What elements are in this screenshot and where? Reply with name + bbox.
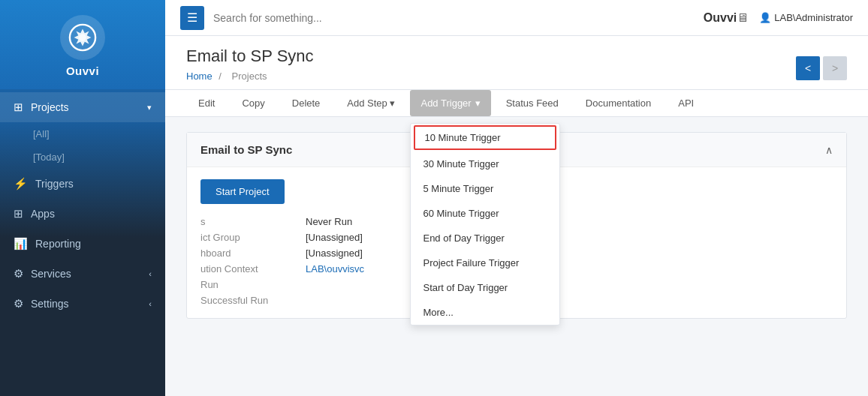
sidebar-subitem-today[interactable]: [Today] (0, 146, 165, 169)
sidebar-logo: Ouvvi (0, 0, 165, 89)
api-button[interactable]: API (666, 90, 706, 116)
topbar-right: 🖥 👤 LAB\Administrator (737, 11, 853, 25)
logo-icon (68, 23, 97, 52)
sidebar-label-settings: Settings (31, 298, 69, 310)
page-header: Email to SP Sync Home / Projects < > (165, 36, 868, 90)
add-trigger-arrow: ▾ (475, 98, 481, 109)
detail-label: ict Group (200, 232, 306, 243)
sidebar-label-reporting: Reporting (35, 238, 81, 250)
page-nav: Edit Copy Delete Add Step ▾ Add Trigger … (165, 90, 868, 117)
status-feed-button[interactable]: Status Feed (494, 90, 571, 116)
sidebar-label-projects: Projects (31, 101, 69, 113)
services-chevron: ‹ (149, 269, 152, 278)
topbar-user: 👤 LAB\Administrator (759, 12, 853, 23)
menu-button[interactable]: ☰ (180, 6, 204, 30)
dropdown-item[interactable]: Project Failure Trigger (411, 250, 559, 275)
breadcrumb-current: Projects (232, 70, 267, 82)
add-trigger-button[interactable]: Add Trigger ▾ (410, 90, 490, 116)
sidebar-item-settings[interactable]: ⚙ Settings ‹ (0, 289, 165, 319)
reporting-icon: 📊 (14, 237, 28, 250)
topbar-title: Ouvvi (704, 11, 737, 25)
hamburger-icon: ☰ (187, 10, 197, 25)
breadcrumb-home[interactable]: Home (186, 70, 212, 82)
sidebar-item-services[interactable]: ⚙ Services ‹ (0, 259, 165, 289)
sidebar-label-triggers: Triggers (35, 178, 74, 190)
sidebar-item-reporting[interactable]: 📊 Reporting (0, 229, 165, 259)
sidebar: Ouvvi ⊞ Projects ▾ [All] [Today] ⚡ Trigg… (0, 0, 165, 396)
detail-label: Successful Run (200, 295, 306, 306)
detail-value: [Unassigned] (306, 248, 363, 259)
dropdown-item[interactable]: More... (411, 300, 559, 325)
projects-chevron: ▾ (147, 103, 152, 112)
sidebar-label-apps: Apps (31, 208, 55, 220)
dropdown-item[interactable]: 30 Minute Trigger (411, 152, 559, 176)
nav-left-button[interactable]: < (796, 56, 820, 80)
detail-label: hboard (200, 248, 306, 259)
detail-value: Never Run (306, 216, 352, 227)
nav-arrows: < > (796, 56, 847, 80)
detail-value: [Unassigned] (306, 232, 363, 243)
settings-icon: ⚙ (14, 297, 23, 310)
detail-label: ution Context (200, 263, 306, 274)
user-icon: 👤 (759, 12, 771, 23)
main-content: ☰ Ouvvi 🖥 👤 LAB\Administrator Email to S… (165, 0, 868, 396)
monitor-icon[interactable]: 🖥 (737, 11, 749, 25)
start-project-button[interactable]: Start Project (200, 179, 285, 204)
projects-icon: ⊞ (14, 100, 23, 114)
logo-circle (60, 15, 105, 60)
copy-button[interactable]: Copy (230, 90, 276, 116)
search-input[interactable] (213, 12, 704, 24)
edit-button[interactable]: Edit (186, 90, 227, 116)
sidebar-app-name: Ouvvi (66, 64, 99, 77)
detail-value[interactable]: LAB\ouvvisvc (306, 263, 364, 274)
dropdown-item[interactable]: 10 Minute Trigger (414, 125, 556, 150)
add-step-button[interactable]: Add Step ▾ (335, 90, 407, 116)
dropdown-item[interactable]: Start of Day Trigger (411, 275, 559, 300)
breadcrumb: Home / Projects (186, 70, 314, 82)
documentation-button[interactable]: Documentation (574, 90, 663, 116)
settings-chevron: ‹ (149, 299, 152, 308)
svg-point-1 (79, 34, 86, 41)
topbar: ☰ Ouvvi 🖥 👤 LAB\Administrator (165, 0, 868, 36)
add-trigger-wrapper: Add Trigger ▾ 10 Minute Trigger30 Minute… (410, 90, 490, 116)
detail-label: Run (200, 279, 306, 290)
page-title: Email to SP Sync (186, 46, 314, 66)
trigger-dropdown: 10 Minute Trigger30 Minute Trigger5 Minu… (410, 123, 560, 326)
breadcrumb-separator: / (219, 70, 222, 82)
dropdown-item[interactable]: 60 Minute Trigger (411, 201, 559, 226)
triggers-icon: ⚡ (14, 177, 28, 190)
dropdown-item[interactable]: End of Day Trigger (411, 226, 559, 250)
dropdown-item[interactable]: 5 Minute Trigger (411, 176, 559, 201)
sidebar-subitem-all[interactable]: [All] (0, 122, 165, 146)
sidebar-item-apps[interactable]: ⊞ Apps (0, 199, 165, 229)
services-icon: ⚙ (14, 267, 23, 280)
sidebar-item-projects[interactable]: ⊞ Projects ▾ (0, 92, 165, 122)
apps-icon: ⊞ (14, 207, 23, 220)
sidebar-nav: ⊞ Projects ▾ [All] [Today] ⚡ Triggers ⊞ … (0, 89, 165, 396)
project-card-title: Email to SP Sync (200, 143, 292, 156)
add-step-arrow: ▾ (390, 98, 395, 109)
detail-label: s (200, 216, 306, 227)
sidebar-item-triggers[interactable]: ⚡ Triggers (0, 169, 165, 199)
collapse-button[interactable]: ∧ (825, 144, 833, 156)
delete-button[interactable]: Delete (280, 90, 333, 116)
nav-right-button[interactable]: > (823, 56, 847, 80)
sidebar-label-services: Services (31, 268, 71, 280)
